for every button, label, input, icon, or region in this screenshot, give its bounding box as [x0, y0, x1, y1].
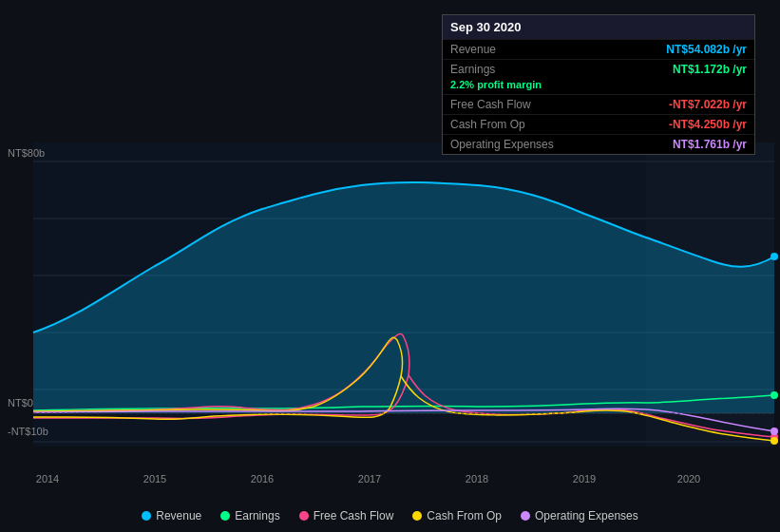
tooltip-label-fcf: Free Cash Flow	[450, 98, 531, 111]
legend-dot-cashfromop	[412, 511, 422, 521]
legend-label-cashfromop: Cash From Op	[427, 509, 502, 522]
legend-label-revenue: Revenue	[156, 509, 201, 522]
x-label-2019: 2019	[573, 473, 596, 484]
x-label-2018: 2018	[466, 473, 488, 484]
tooltip-row-cashfromop: Cash From Op -NT$4.250b /yr	[443, 114, 754, 134]
tooltip-value-cashfromop: -NT$4.250b /yr	[669, 118, 747, 131]
tooltip-value-opex: NT$1.761b /yr	[673, 138, 747, 151]
y-label-80b: NT$80b	[8, 147, 45, 159]
legend-dot-fcf	[299, 511, 309, 521]
tooltip-row-revenue: Revenue NT$54.082b /yr	[443, 39, 754, 59]
tooltip-label-earnings: Earnings	[450, 63, 495, 76]
y-label-neg10b: -NT$10b	[8, 426, 48, 437]
x-label-2015: 2015	[143, 473, 166, 484]
legend-label-earnings: Earnings	[235, 509, 279, 522]
chart-legend: Revenue Earnings Free Cash Flow Cash Fro…	[0, 509, 780, 522]
legend-dot-revenue	[142, 511, 151, 521]
legend-item-cashfromop[interactable]: Cash From Op	[412, 509, 502, 522]
tooltip-value-fcf: -NT$7.022b /yr	[669, 98, 747, 111]
legend-item-revenue[interactable]: Revenue	[142, 509, 201, 522]
data-tooltip: Sep 30 2020 Revenue NT$54.082b /yr Earni…	[442, 14, 755, 155]
tooltip-header: Sep 30 2020	[443, 15, 754, 39]
tooltip-label-opex: Operating Expenses	[450, 138, 554, 151]
tooltip-row-fcf: Free Cash Flow -NT$7.022b /yr	[443, 94, 754, 114]
svg-point-13	[770, 437, 778, 445]
x-label-2016: 2016	[251, 473, 274, 484]
tooltip-label-cashfromop: Cash From Op	[450, 118, 525, 131]
tooltip-label-revenue: Revenue	[450, 43, 496, 56]
x-label-2014: 2014	[36, 473, 59, 484]
legend-label-opex: Operating Expenses	[535, 509, 638, 522]
x-label-2017: 2017	[358, 473, 381, 484]
tooltip-value-earnings: NT$1.172b /yr	[673, 63, 747, 76]
y-label-0: NT$0	[8, 397, 33, 408]
svg-point-14	[770, 428, 778, 435]
tooltip-row-earnings: Earnings NT$1.172b /yr	[443, 59, 754, 79]
svg-point-11	[770, 391, 778, 399]
legend-dot-earnings	[220, 511, 230, 521]
svg-point-10	[770, 253, 778, 260]
x-label-2020: 2020	[677, 473, 700, 484]
legend-item-fcf[interactable]: Free Cash Flow	[299, 509, 394, 522]
tooltip-profit-margin: 2.2% profit margin	[443, 79, 754, 94]
legend-label-fcf: Free Cash Flow	[314, 509, 394, 522]
tooltip-value-revenue: NT$54.082b /yr	[666, 43, 747, 56]
legend-dot-opex	[521, 511, 530, 521]
legend-item-opex[interactable]: Operating Expenses	[521, 509, 638, 522]
tooltip-row-opex: Operating Expenses NT$1.761b /yr	[443, 134, 754, 154]
legend-item-earnings[interactable]: Earnings	[220, 509, 279, 522]
